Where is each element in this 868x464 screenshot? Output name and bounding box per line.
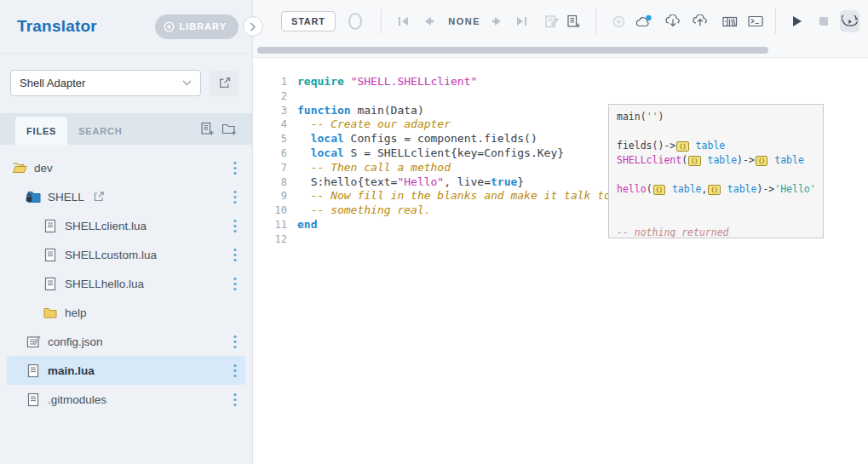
tab-search[interactable]: SEARCH [67, 117, 133, 145]
sidebar-collapse-button[interactable] [243, 16, 263, 37]
open-adapter-button[interactable] [210, 71, 239, 96]
item-menu-button[interactable] [227, 360, 244, 381]
code-line[interactable]: 2 [253, 89, 868, 104]
continuous-run-icon [842, 15, 859, 28]
adapter-select-value: Shell Adapter [20, 77, 182, 89]
tooltip-line: fields()->{} table [617, 139, 815, 153]
run-button[interactable] [790, 10, 805, 32]
table-type-icon: {} [676, 141, 688, 152]
chevron-down-icon [182, 80, 192, 86]
item-menu-button[interactable] [227, 186, 244, 207]
horizontal-scrollbar-thumb[interactable] [257, 47, 768, 54]
edit-document-icon [544, 14, 559, 29]
tree-item-label: dev [34, 162, 227, 175]
cloud-status-button[interactable] [635, 10, 654, 32]
tooltip-line [617, 211, 815, 226]
nav-position-label: NONE [448, 16, 480, 26]
skip-back-button[interactable] [397, 10, 412, 32]
add-document-icon [566, 14, 581, 29]
toolbar-divider [775, 9, 776, 34]
tree-item-main-lua[interactable]: main.lua [7, 356, 245, 385]
code-text: end [287, 218, 317, 232]
tooltip-line [617, 168, 815, 182]
file-icon [43, 248, 58, 262]
tree-item-gitmodules[interactable]: .gitmodules [7, 385, 245, 414]
item-menu-button[interactable] [227, 389, 244, 410]
skip-forward-button[interactable] [513, 10, 528, 32]
chevron-right-icon [250, 22, 256, 32]
tree-item-label: SHELLclient.lua [65, 220, 227, 232]
horizontal-scrollbar-track[interactable] [253, 43, 868, 58]
line-number: 3 [253, 104, 287, 118]
code-text: -- something real. [287, 203, 431, 218]
add-file-icon [200, 122, 215, 136]
library-button[interactable]: LIBRARY [155, 14, 239, 39]
toolbar-divider [595, 9, 596, 34]
tooltip-line [617, 124, 815, 139]
tree-item-SHELLcustom-lua[interactable]: SHELLcustom.lua [7, 240, 245, 269]
file-config-icon [26, 335, 41, 348]
tree-item-label: SHELL [48, 191, 227, 203]
edit-document-button[interactable] [544, 10, 560, 32]
play-icon [791, 15, 802, 27]
table-type-icon: {} [756, 156, 767, 166]
code-text [287, 232, 297, 247]
external-link-icon[interactable] [93, 191, 105, 203]
tree-item-label: SHELLhello.lua [65, 278, 227, 290]
cloud-upload-icon [693, 14, 708, 28]
item-menu-button[interactable] [227, 331, 244, 352]
item-menu-button[interactable] [227, 215, 244, 236]
code-text [287, 89, 297, 104]
item-menu-button[interactable] [227, 158, 244, 178]
sidebar-header: Translator LIBRARY [0, 0, 252, 54]
file-tree: devSHELLSHELLclient.luaSHELLcustom.luaSH… [0, 145, 252, 414]
library-cabinet-button[interactable] [721, 10, 737, 32]
add-button[interactable] [612, 10, 627, 32]
code-line[interactable]: 1require "SHELL.SHELLclient" [253, 75, 868, 89]
tree-item-dev[interactable]: dev [7, 153, 245, 182]
cloud-upload-button[interactable] [693, 10, 708, 32]
line-number: 6 [253, 146, 287, 161]
cloud-status-icon [635, 14, 654, 28]
cloud-download-button[interactable] [665, 10, 681, 32]
tree-item-help[interactable]: help [7, 298, 245, 327]
tab-files[interactable]: FILES [15, 117, 67, 145]
table-type-icon: {} [688, 156, 700, 166]
item-menu-button[interactable] [227, 244, 244, 265]
add-document-button[interactable] [566, 10, 582, 32]
step-forward-icon [491, 16, 503, 26]
folder-locked-icon [26, 191, 41, 203]
code-text: -- Create our adapter [287, 117, 451, 132]
folder-open-icon [12, 162, 27, 174]
line-number: 11 [253, 218, 287, 232]
step-back-icon [423, 16, 434, 26]
table-type-icon: {} [653, 185, 665, 195]
skip-back-icon [398, 16, 411, 26]
tree-item-SHELLhello-lua[interactable]: SHELLhello.lua [7, 269, 245, 298]
line-number: 1 [253, 75, 287, 89]
step-forward-button[interactable] [489, 10, 504, 32]
tree-item-SHELLclient-lua[interactable]: SHELLclient.lua [7, 211, 245, 240]
toolbar-divider [381, 9, 382, 34]
line-number: 7 [253, 161, 287, 175]
toolbar: START NONE [253, 0, 868, 43]
stop-button[interactable] [816, 10, 831, 32]
terminal-icon [748, 15, 763, 27]
stop-icon [819, 16, 829, 26]
line-number: 10 [253, 203, 287, 218]
sidebar: Translator LIBRARY Shell Adapter [0, 0, 253, 464]
step-back-button[interactable] [421, 10, 436, 32]
terminal-button[interactable] [748, 10, 763, 32]
tree-item-config-json[interactable]: config.json [7, 327, 245, 356]
start-button[interactable]: START [281, 11, 336, 32]
code-text: local Configs = component.fields() [287, 132, 537, 146]
adapter-select[interactable]: Shell Adapter [10, 70, 201, 96]
signature-tooltip: main('') fields()->{} tableSHELLclient({… [608, 104, 824, 238]
line-number: 8 [253, 175, 287, 190]
add-folder-button[interactable] [218, 117, 240, 142]
item-menu-button[interactable] [227, 273, 244, 294]
tree-item-SHELL[interactable]: SHELL [7, 182, 245, 211]
continuous-run-toggle[interactable] [840, 10, 859, 32]
add-file-button[interactable] [196, 117, 218, 142]
tooltip-line: main('') [617, 110, 815, 124]
